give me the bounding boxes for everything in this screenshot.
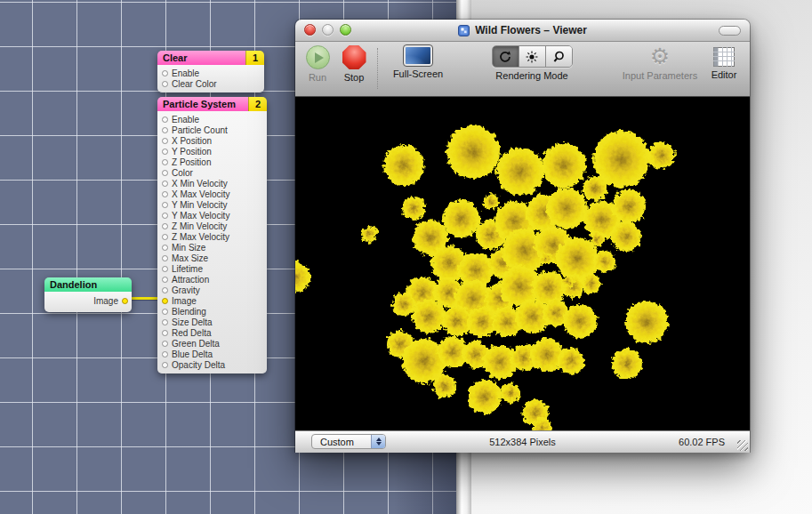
port-dot[interactable] [162, 319, 168, 325]
port-dot[interactable] [162, 81, 168, 87]
port-dot[interactable] [162, 287, 168, 293]
close-button[interactable] [304, 24, 316, 36]
port-label: Y Min Velocity [172, 200, 228, 210]
port-z-max-velocity[interactable]: Z Max Velocity [157, 231, 267, 242]
port-z-min-velocity[interactable]: Z Min Velocity [157, 221, 267, 231]
gear-icon: ⚙ [650, 45, 670, 68]
port-opacity-delta[interactable]: Opacity Delta [157, 359, 267, 370]
resize-grip[interactable] [737, 440, 748, 451]
port-label: X Max Velocity [172, 189, 230, 199]
port-image-output[interactable]: Image [44, 294, 132, 309]
input-parameters-label: Input Parameters [623, 70, 697, 81]
port-size-delta[interactable]: Size Delta [157, 317, 267, 327]
particle-core [468, 262, 484, 278]
port-max-size[interactable]: Max Size [157, 253, 267, 263]
stop-label: Stop [344, 72, 365, 83]
port-dot[interactable] [162, 362, 168, 368]
port-dot[interactable] [162, 351, 168, 357]
port-dot[interactable] [162, 234, 168, 240]
port-x-min-velocity[interactable]: X Min Velocity [157, 178, 267, 189]
node-dandelion[interactable]: Dandelion Image [44, 277, 132, 312]
port-x-max-velocity[interactable]: X Max Velocity [157, 189, 267, 199]
port-red-delta[interactable]: Red Delta [157, 327, 267, 338]
toolbar-separator [377, 48, 378, 89]
particle-core [567, 249, 587, 269]
particles-canvas [295, 97, 750, 430]
node-clear-title: Clear [157, 51, 245, 65]
port-attraction[interactable]: Attraction [157, 274, 267, 285]
port-dot[interactable] [162, 127, 168, 133]
particle-core [566, 279, 571, 285]
port-dot[interactable] [162, 298, 168, 304]
port-clear-color[interactable]: Clear Color [157, 78, 264, 89]
port-dot[interactable] [162, 191, 168, 197]
port-gravity[interactable]: Gravity [157, 285, 267, 295]
port-dot[interactable] [162, 330, 168, 336]
node-particle-system-header[interactable]: Particle System 2 [157, 97, 267, 111]
port-dot[interactable] [122, 298, 128, 304]
fullscreen-button[interactable]: Full-Screen [384, 45, 452, 79]
port-dot[interactable] [162, 223, 168, 229]
particle-core [492, 354, 507, 369]
port-dot[interactable] [162, 170, 168, 176]
port-particle-count[interactable]: Particle Count [157, 124, 267, 135]
port-dot[interactable] [162, 309, 168, 315]
port-blending[interactable]: Blending [157, 306, 267, 317]
port-dot[interactable] [162, 181, 168, 187]
port-dot[interactable] [162, 266, 168, 272]
render-debug-segment[interactable] [519, 46, 546, 67]
port-label: Max Size [172, 253, 208, 263]
node-dandelion-header[interactable]: Dandelion [44, 277, 132, 292]
particle-core [506, 389, 515, 398]
port-color[interactable]: Color [157, 167, 267, 178]
port-label: Lifetime [172, 264, 203, 274]
toolbar-toggle-button[interactable] [719, 26, 741, 36]
port-dot[interactable] [162, 138, 168, 144]
toolbar: Run Stop Full-Screen [295, 42, 750, 97]
particle-core [366, 230, 373, 237]
port-enable[interactable]: Enable [157, 114, 267, 124]
port-min-size[interactable]: Min Size [157, 242, 267, 253]
particle-core [529, 406, 542, 419]
port-label: Size Delta [172, 317, 213, 327]
port-dot[interactable] [162, 70, 168, 76]
port-dot[interactable] [162, 149, 168, 155]
port-lifetime[interactable]: Lifetime [157, 263, 267, 274]
render-inspect-segment[interactable] [546, 46, 572, 67]
port-dot[interactable] [162, 277, 168, 283]
port-dot[interactable] [162, 202, 168, 208]
node-clear-header[interactable]: Clear 1 [157, 51, 264, 65]
port-dot[interactable] [162, 159, 168, 165]
node-particle-system-badge: 2 [248, 97, 267, 111]
port-label: Clear Color [172, 79, 217, 89]
port-green-delta[interactable]: Green Delta [157, 338, 267, 349]
port-dot[interactable] [162, 116, 168, 123]
node-particle-system[interactable]: Particle System 2 EnableParticle CountX … [157, 97, 267, 373]
particle-core [543, 256, 549, 261]
port-dot[interactable] [162, 245, 168, 251]
fullscreen-label: Full-Screen [393, 68, 443, 79]
zoom-button[interactable] [340, 24, 351, 36]
port-dot[interactable] [162, 213, 168, 219]
input-parameters-button[interactable]: ⚙ Input Parameters [608, 45, 712, 81]
port-y-min-velocity[interactable]: Y Min Velocity [157, 199, 267, 210]
port-y-max-velocity[interactable]: Y Max Velocity [157, 210, 267, 221]
port-image[interactable]: Image [157, 295, 267, 306]
rendering-mode-label: Rendering Mode [495, 70, 567, 81]
port-label: Color [172, 168, 193, 178]
window-title: Wild Flowers – Viewer [475, 24, 587, 36]
port-z-position[interactable]: Z Position [157, 157, 267, 167]
port-y-position[interactable]: Y Position [157, 146, 267, 157]
port-dot[interactable] [162, 341, 168, 347]
render-refresh-segment[interactable] [493, 46, 519, 67]
port-blue-delta[interactable]: Blue Delta [157, 349, 267, 359]
port-x-position[interactable]: X Position [157, 135, 267, 146]
port-enable[interactable]: Enable [157, 68, 264, 78]
run-button[interactable]: Run [301, 45, 334, 83]
port-dot[interactable] [162, 255, 168, 261]
node-clear[interactable]: Clear 1 EnableClear Color [157, 51, 264, 92]
stop-button[interactable]: Stop [334, 45, 374, 83]
editor-button[interactable]: Editor [703, 45, 745, 80]
minimize-button[interactable] [322, 24, 334, 36]
titlebar[interactable]: Wild Flowers – Viewer [295, 20, 750, 42]
